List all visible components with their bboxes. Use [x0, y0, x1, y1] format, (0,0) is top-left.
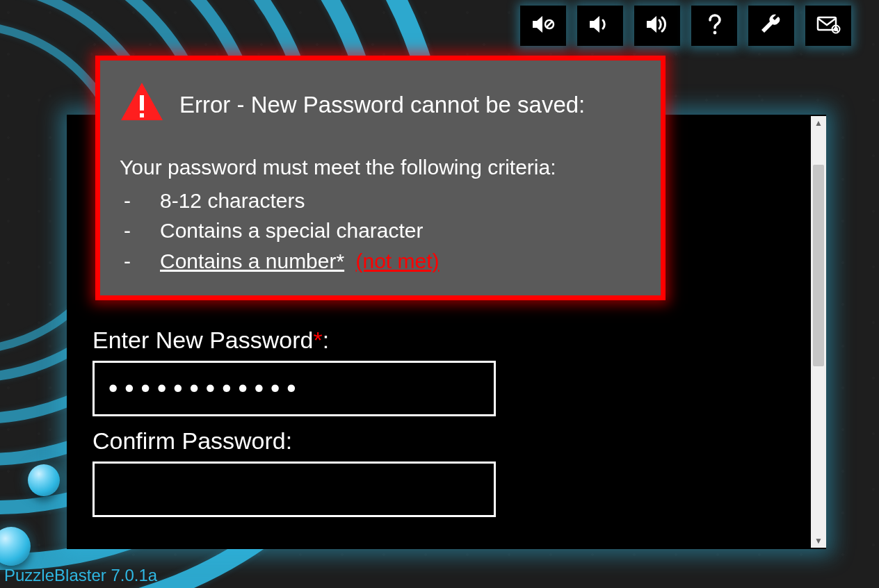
scroll-thumb[interactable] — [813, 165, 824, 366]
password-form: Enter New Password*: Confirm Password: — [92, 327, 496, 528]
toolbar — [520, 6, 851, 46]
criteria-not-met-flag: (not met) — [356, 250, 440, 272]
svg-point-5 — [713, 31, 717, 35]
criteria-item: - Contains a number* (not met) — [120, 246, 641, 277]
mute-icon — [531, 12, 556, 40]
new-password-label: Enter New Password*: — [92, 327, 496, 354]
error-title: Error - New Password cannot be saved: — [179, 92, 585, 118]
scroll-down-icon[interactable]: ▼ — [811, 534, 826, 548]
volume-down-button[interactable] — [577, 6, 623, 46]
svg-rect-2 — [140, 113, 144, 117]
wrench-icon — [759, 12, 784, 40]
app-version-label: PuzzleBlaster 7.0.1a — [4, 566, 157, 585]
scroll-up-icon[interactable]: ▲ — [811, 116, 826, 130]
warning-icon — [120, 80, 164, 130]
volume-up-icon — [645, 12, 670, 40]
criteria-text: Contains a special character — [160, 215, 424, 246]
error-header: Error - New Password cannot be saved: — [120, 80, 641, 130]
error-intro: Your password must meet the following cr… — [120, 152, 641, 183]
help-icon — [702, 12, 727, 40]
new-password-input[interactable] — [92, 361, 496, 416]
criteria-list: - 8-12 characters - Contains a special c… — [120, 186, 641, 277]
help-button[interactable] — [691, 6, 737, 46]
error-dialog: Error - New Password cannot be saved: Yo… — [95, 56, 666, 300]
criteria-item: - 8-12 characters — [120, 186, 641, 216]
volume-up-button[interactable] — [634, 6, 680, 46]
bg-orb — [28, 464, 60, 496]
mail-at-icon — [816, 12, 841, 40]
scrollbar[interactable]: ▲ ▼ — [811, 116, 826, 548]
required-star: * — [313, 327, 322, 353]
mute-button[interactable] — [520, 6, 566, 46]
new-password-row: Enter New Password*: — [92, 327, 496, 416]
confirm-password-label: Confirm Password: — [92, 427, 496, 455]
svg-line-4 — [547, 22, 552, 27]
confirm-password-input[interactable] — [92, 462, 496, 517]
volume-down-icon — [588, 12, 613, 40]
criteria-text: 8-12 characters — [160, 186, 305, 216]
svg-rect-1 — [140, 95, 144, 111]
criteria-text: Contains a number* — [160, 250, 344, 272]
error-body: Your password must meet the following cr… — [120, 152, 641, 276]
criteria-item: - Contains a special character — [120, 215, 641, 246]
confirm-password-row: Confirm Password: — [92, 427, 496, 517]
settings-button[interactable] — [748, 6, 794, 46]
contact-button[interactable] — [805, 6, 851, 46]
